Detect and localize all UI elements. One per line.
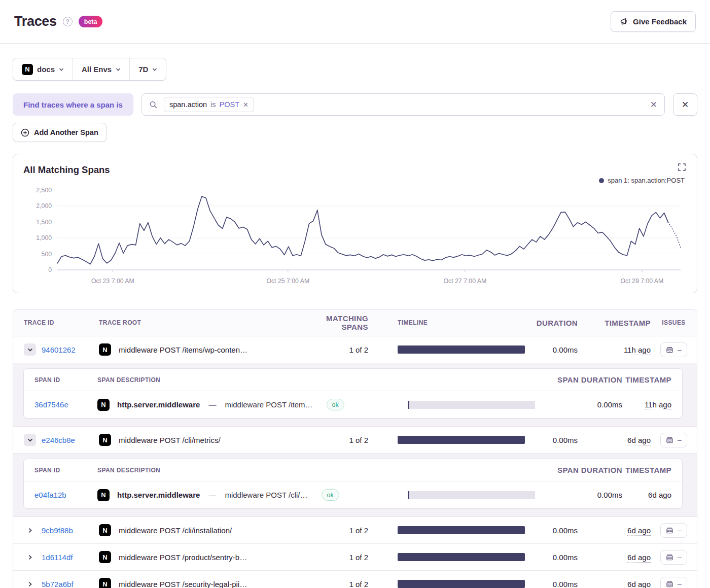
span-row: 36d7546e N http.server.middleware — midd… <box>24 391 682 418</box>
nextjs-icon: N <box>22 64 33 75</box>
expand-toggle[interactable] <box>24 578 36 588</box>
fullscreen-icon[interactable] <box>678 163 686 171</box>
remove-token-icon[interactable]: ✕ <box>243 101 248 109</box>
expand-toggle[interactable] <box>24 524 36 536</box>
duration-value: 0.00ms <box>525 345 578 354</box>
issues-icon <box>666 554 673 561</box>
trace-row: e246cb8e N middleware POST /cli/metrics/… <box>13 427 697 454</box>
give-feedback-button[interactable]: Give Feedback <box>611 11 696 32</box>
col-span-timestamp: TIMESTAMP <box>622 466 682 474</box>
date-range-filter[interactable]: 7D <box>129 58 166 80</box>
trace-id-link[interactable]: 5b72a6bf <box>42 580 74 588</box>
col-duration: DURATION <box>525 319 578 327</box>
spans-line-chart: 05001,0001,5002,0002,500Oct 23 7:00 AMOc… <box>23 184 686 290</box>
collapse-toggle[interactable] <box>24 343 36 356</box>
timeline-bar <box>398 526 525 534</box>
svg-text:2,500: 2,500 <box>36 187 52 194</box>
col-trace-root: TRACE ROOT <box>99 319 317 326</box>
expand-toggle[interactable] <box>24 551 36 563</box>
trace-row: 1d6114df N middleware POST /product/sent… <box>13 544 697 571</box>
trace-root-text: middleware POST /items/wp-conten… <box>119 345 247 354</box>
matching-spans-count: 1 of 2 <box>317 526 377 535</box>
beta-badge: beta <box>79 16 103 27</box>
span-duration-value: 0.00ms <box>535 400 622 409</box>
col-timestamp: TIMESTAMP <box>578 319 651 327</box>
span-id-link[interactable]: 36d7546e <box>34 400 68 409</box>
svg-text:0: 0 <box>48 266 52 273</box>
project-filter[interactable]: N docs <box>13 58 73 80</box>
svg-text:1,000: 1,000 <box>36 234 52 241</box>
col-span-duration: SPAN DURATION <box>535 375 622 384</box>
trace-id-link[interactable]: e246cb8e <box>42 436 75 444</box>
traces-table: TRACE ID TRACE ROOT MATCHING SPANS TIMEL… <box>13 309 697 588</box>
matching-spans-count: 1 of 2 <box>317 553 377 562</box>
span-status-badge: ok <box>322 489 339 501</box>
trace-row: 9cb9f88b N middleware POST /cli/installa… <box>13 517 697 544</box>
span-op: http.server.middleware <box>117 400 200 409</box>
issues-button[interactable]: – <box>660 577 687 588</box>
col-span-id: SPAN ID <box>34 467 97 474</box>
span-table-header-row: SPAN ID SPAN DESCRIPTION SPAN DURATION T… <box>24 459 682 481</box>
trace-id-link[interactable]: 94601262 <box>42 345 76 354</box>
span-timeline-bar <box>409 491 535 499</box>
span-timestamp-value: 6d ago <box>648 491 671 500</box>
trace-row: 5b72a6bf N middleware POST /security-leg… <box>13 571 697 588</box>
svg-text:Oct 27 7:00 AM: Oct 27 7:00 AM <box>443 278 486 285</box>
span-duration-value: 0.00ms <box>535 491 622 499</box>
issues-icon <box>666 527 673 534</box>
span-description: middleware POST /cli/… <box>225 491 307 499</box>
nextjs-icon: N <box>97 399 110 411</box>
col-span-timestamp: TIMESTAMP <box>622 375 682 384</box>
remove-span-query-button[interactable]: ✕ <box>673 93 697 116</box>
issues-icon <box>666 580 673 588</box>
span-table-header-row: SPAN ID SPAN DESCRIPTION SPAN DURATION T… <box>24 369 682 391</box>
trace-row: 94601262 N middleware POST /items/wp-con… <box>13 336 697 363</box>
nextjs-icon: N <box>99 578 111 588</box>
issues-button[interactable]: – <box>660 433 687 447</box>
trace-root-text: middleware POST /cli/metrics/ <box>119 436 221 444</box>
page-header: Traces ? beta Give Feedback <box>0 0 710 44</box>
timestamp-value: 11h ago <box>624 345 651 355</box>
chart-legend[interactable]: span 1: span.action:POST <box>23 177 685 184</box>
svg-text:1,500: 1,500 <box>36 219 52 226</box>
nextjs-icon: N <box>97 489 110 501</box>
add-another-span-button[interactable]: Add Another Span <box>13 123 106 142</box>
span-timestamp-value: 11h ago <box>645 400 671 410</box>
trace-id-link[interactable]: 9cb9f88b <box>42 526 73 535</box>
matching-spans-count: 1 of 2 <box>317 345 377 354</box>
trace-root-text: middleware POST /security-legal-pii… <box>119 580 247 588</box>
clear-search-icon[interactable]: ✕ <box>650 99 657 110</box>
span-id-link[interactable]: e04fa12b <box>34 491 66 499</box>
collapse-toggle[interactable] <box>24 434 36 446</box>
matching-spans-count: 1 of 2 <box>317 580 377 588</box>
expanded-span-panel: SPAN ID SPAN DESCRIPTION SPAN DURATION T… <box>13 363 697 427</box>
help-icon[interactable]: ? <box>63 17 73 26</box>
issues-button[interactable]: – <box>660 342 687 357</box>
page-title: Traces <box>14 14 57 29</box>
nextjs-icon: N <box>99 434 111 446</box>
nextjs-icon: N <box>99 524 111 536</box>
chevron-down-icon <box>116 67 121 72</box>
plus-circle-icon <box>21 128 29 137</box>
svg-text:Oct 23 7:00 AM: Oct 23 7:00 AM <box>91 278 134 285</box>
col-matching-spans: MATCHING SPANS <box>317 314 377 331</box>
timeline-bar <box>398 580 525 588</box>
environment-filter[interactable]: All Envs <box>73 58 129 80</box>
duration-value: 0.00ms <box>525 580 578 588</box>
nextjs-icon: N <box>99 343 111 356</box>
trace-id-link[interactable]: 1d6114df <box>42 553 73 562</box>
issues-button[interactable]: – <box>660 523 687 538</box>
col-trace-id: TRACE ID <box>24 319 99 326</box>
trace-root-text: middleware POST /cli/installation/ <box>119 526 232 535</box>
timeline-bar <box>398 553 525 561</box>
span-row: e04fa12b N http.server.middleware — midd… <box>24 481 682 508</box>
col-issues: ISSUES <box>651 319 697 326</box>
page-filter-bar: N docs All Envs 7D <box>13 58 166 81</box>
table-header-row: TRACE ID TRACE ROOT MATCHING SPANS TIMEL… <box>13 309 697 336</box>
span-search-input[interactable]: span.action is POST ✕ ✕ <box>141 93 665 116</box>
search-token[interactable]: span.action is POST ✕ <box>164 97 254 112</box>
timestamp-value: 6d ago <box>627 436 651 445</box>
issues-button[interactable]: – <box>660 550 687 565</box>
span-timeline-bar <box>409 401 535 409</box>
issues-icon <box>666 436 673 444</box>
